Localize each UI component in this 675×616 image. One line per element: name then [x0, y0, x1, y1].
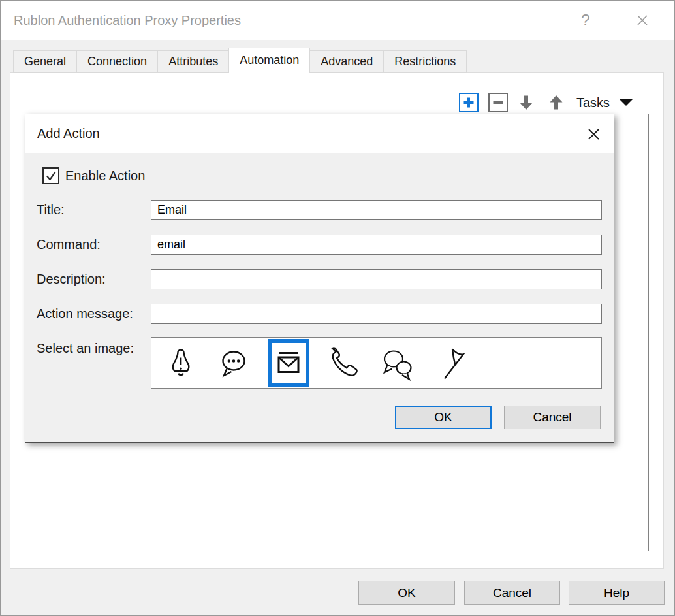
tab-advanced[interactable]: Advanced — [309, 50, 384, 73]
action-message-field-label: Action message: — [37, 304, 133, 324]
move-down-button[interactable] — [518, 94, 535, 111]
close-icon — [636, 14, 649, 27]
tasks-label: Tasks — [576, 95, 610, 110]
description-field-label: Description: — [37, 269, 106, 289]
action-message-field-input[interactable] — [151, 304, 602, 324]
title-field-label: Title: — [37, 200, 65, 220]
dialog-cancel-button[interactable]: Cancel — [504, 406, 601, 429]
minus-icon — [491, 95, 505, 110]
message-dots-icon — [215, 346, 251, 381]
properties-window: Rublon Authentication Proxy Properties ?… — [0, 0, 675, 616]
checkbox-checked-icon[interactable] — [42, 167, 59, 184]
chevron-down-icon — [619, 99, 633, 106]
description-field-input[interactable] — [151, 269, 602, 289]
image-option-flag[interactable] — [431, 344, 466, 382]
tab-connection[interactable]: Connection — [76, 50, 158, 73]
alarm-bell-icon — [163, 346, 198, 381]
dialog-title: Add Action — [37, 114, 100, 153]
chat-bubbles-icon — [379, 346, 414, 381]
email-envelope-icon — [274, 348, 304, 378]
enable-action-label: Enable Action — [65, 169, 145, 184]
arrow-up-icon — [548, 94, 565, 111]
window-titlebar: Rublon Authentication Proxy Properties ? — [1, 1, 674, 40]
flag-icon — [431, 346, 466, 381]
add-action-button[interactable] — [459, 93, 479, 112]
image-option-alarm-bell[interactable] — [163, 344, 198, 382]
title-field-input[interactable] — [151, 200, 602, 220]
help-button[interactable]: Help — [569, 581, 665, 605]
window-close-button[interactable] — [626, 1, 659, 40]
image-option-phone[interactable] — [326, 344, 362, 382]
phone-icon — [326, 346, 362, 381]
cancel-button[interactable]: Cancel — [464, 581, 560, 605]
ok-button[interactable]: OK — [358, 581, 455, 605]
check-icon — [44, 169, 57, 182]
tab-attributes[interactable]: Attributes — [157, 50, 229, 73]
remove-action-button[interactable] — [488, 93, 508, 112]
image-picker-label: Select an image: — [37, 338, 134, 359]
image-option-chat-bubbles[interactable] — [379, 344, 414, 382]
close-icon — [587, 127, 601, 141]
tab-general[interactable]: General — [13, 50, 77, 73]
dialog-titlebar: Add Action — [25, 114, 614, 153]
dialog-ok-button[interactable]: OK — [395, 406, 492, 429]
plus-icon — [462, 95, 476, 110]
command-field-input[interactable] — [151, 235, 602, 255]
add-action-dialog: Add Action Enable Action Title: Command:… — [25, 114, 614, 443]
enable-action-checkbox[interactable]: Enable Action — [42, 167, 145, 184]
tab-bar: General Connection Attributes Automation… — [13, 48, 466, 73]
image-picker — [151, 337, 602, 389]
move-up-button[interactable] — [548, 94, 565, 111]
command-field-label: Command: — [37, 235, 101, 255]
tasks-dropdown[interactable]: Tasks — [576, 93, 633, 112]
dialog-close-button[interactable] — [582, 123, 605, 145]
window-help-button[interactable]: ? — [571, 1, 600, 40]
tab-automation[interactable]: Automation — [228, 48, 310, 73]
image-option-email-selected[interactable] — [268, 339, 309, 387]
tab-restrictions[interactable]: Restrictions — [383, 50, 467, 73]
image-option-message-dots[interactable] — [215, 344, 251, 382]
arrow-down-icon — [518, 94, 535, 111]
window-title: Rublon Authentication Proxy Properties — [14, 1, 241, 40]
